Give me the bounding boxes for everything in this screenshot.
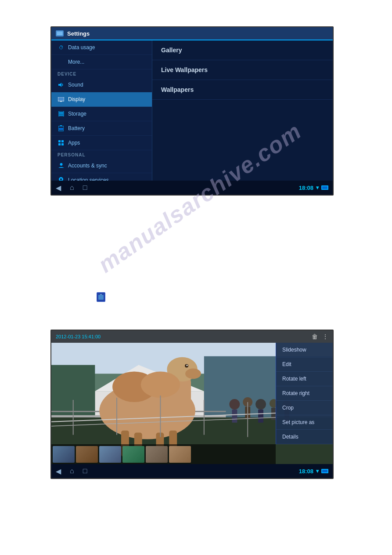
sidebar-section-personal: PERSONAL [51, 150, 152, 159]
photo-timestamp: 2012-01-23 15:41:00 [56, 334, 101, 339]
svg-rect-17 [61, 143, 64, 145]
sidebar-item-display[interactable]: Display [51, 92, 152, 107]
svg-rect-1 [57, 33, 63, 34]
svg-rect-49 [271, 408, 276, 420]
svg-rect-15 [61, 140, 64, 142]
more-options-icon[interactable]: ⋮ [322, 333, 328, 340]
settings-title: Settings [67, 30, 90, 37]
svg-rect-5 [58, 98, 64, 101]
svg-marker-3 [58, 83, 61, 87]
content-item-live-wallpapers[interactable]: Live Wallpapers [152, 60, 333, 80]
gallery-nav-recent-button[interactable]: □ [83, 467, 87, 475]
sidebar-item-apps[interactable]: Apps [51, 136, 152, 150]
svg-rect-43 [232, 410, 237, 423]
content-item-gallery[interactable]: Gallery [152, 40, 333, 60]
thumbnail-5[interactable] [146, 446, 168, 463]
svg-rect-9 [59, 113, 63, 114]
content-item-wallpapers[interactable]: Wallpapers [152, 80, 333, 100]
settings-content-panel: Gallery Live Wallpapers Wallpapers [152, 40, 333, 181]
battery-indicator-2 [321, 469, 328, 473]
sidebar-item-data-usage[interactable]: ⏱ Data usage [51, 40, 152, 55]
sidebar-item-sound[interactable]: Sound [51, 78, 152, 92]
thumbnail-6[interactable] [169, 446, 191, 463]
svg-rect-16 [58, 143, 61, 145]
sidebar-item-sound-label: Sound [68, 82, 83, 88]
battery-indicator-1 [321, 185, 328, 190]
gallery-topbar: 2012-01-23 15:41:00 🗑 ⋮ [51, 330, 333, 343]
thumbnail-3[interactable] [99, 446, 121, 463]
svg-rect-0 [57, 32, 63, 33]
sidebar-item-accounts[interactable]: Accounts & sync [51, 159, 152, 173]
battery-icon [58, 125, 65, 132]
thumbnail-1[interactable] [53, 446, 75, 463]
svg-point-42 [229, 399, 240, 410]
svg-rect-14 [58, 140, 61, 142]
svg-rect-19 [98, 295, 104, 300]
settings-sidebar: ⏱ Data usage More... DEVICE Sound [51, 40, 152, 181]
sidebar-item-storage-label: Storage [68, 111, 86, 117]
status-time-1: 18:08 [299, 185, 313, 191]
delete-icon[interactable]: 🗑 [312, 333, 318, 340]
context-menu-slideshow[interactable]: Slideshow [276, 343, 333, 357]
sidebar-item-data-usage-label: Data usage [68, 44, 95, 51]
status-bar-right-2: 18:08 ▾ [299, 468, 328, 475]
svg-point-18 [60, 178, 62, 180]
settings-titlebar: Settings [51, 27, 333, 40]
svg-point-35 [187, 365, 188, 366]
nav-back-button[interactable]: ◀ [56, 184, 61, 192]
nav-buttons: ◀ ⌂ □ [56, 184, 87, 192]
svg-point-46 [255, 399, 266, 410]
context-menu-set-picture-as[interactable]: Set picture as [276, 415, 333, 430]
svg-rect-8 [59, 112, 63, 113]
sidebar-item-display-label: Display [68, 96, 85, 102]
context-menu-crop[interactable]: Crop [276, 401, 333, 415]
svg-rect-10 [59, 115, 63, 116]
topbar-icons: 🗑 ⋮ [312, 333, 328, 340]
gallery-nav-home-button[interactable]: ⌂ [70, 467, 74, 475]
sidebar-item-location[interactable]: Location services [51, 173, 152, 181]
gallery-nav-back-button[interactable]: ◀ [56, 467, 61, 475]
svg-point-37 [141, 371, 180, 398]
storage-icon [58, 110, 65, 117]
settings-screen: Settings ⏱ Data usage More... DEVICE Sou… [50, 26, 334, 196]
data-usage-icon: ⏱ [58, 44, 65, 51]
svg-rect-47 [258, 410, 263, 423]
display-icon [58, 96, 65, 103]
svg-rect-13 [59, 128, 63, 130]
gallery-screen: 2012-01-23 15:41:00 🗑 ⋮ Slideshow Edit R… [50, 330, 334, 479]
sidebar-item-battery-label: Battery [68, 125, 85, 131]
context-menu-details[interactable]: Details [276, 430, 333, 444]
sidebar-item-more[interactable]: More... [51, 55, 152, 69]
sidebar-item-battery[interactable]: Battery [51, 121, 152, 136]
thumbnail-4[interactable] [122, 446, 144, 463]
settings-body: ⏱ Data usage More... DEVICE Sound [51, 40, 333, 181]
mid-app-icon[interactable] [97, 292, 105, 302]
context-menu-rotate-left[interactable]: Rotate left [276, 372, 333, 386]
sidebar-item-storage[interactable]: Storage [51, 107, 152, 121]
svg-rect-20 [100, 294, 102, 295]
svg-point-33 [185, 369, 201, 379]
apps-icon [58, 139, 65, 146]
settings-app-icon [56, 30, 64, 36]
nav-recent-button[interactable]: □ [83, 184, 87, 192]
sidebar-item-accounts-label: Accounts & sync [68, 163, 107, 169]
sound-icon [58, 81, 65, 88]
wifi-icon-1: ▾ [316, 185, 319, 191]
sidebar-item-location-label: Location services [68, 177, 109, 181]
svg-rect-2 [57, 34, 63, 35]
sidebar-item-apps-label: Apps [68, 140, 80, 146]
more-icon [58, 58, 65, 65]
context-menu-edit[interactable]: Edit [276, 357, 333, 372]
settings-nav-bar: ◀ ⌂ □ 18:08 ▾ [51, 181, 333, 195]
status-bar-right-1: 18:08 ▾ [299, 185, 328, 191]
thumbnail-strip [51, 444, 276, 464]
gallery-nav-bar: ◀ ⌂ □ 18:08 ▾ [51, 464, 333, 478]
nav-home-button[interactable]: ⌂ [70, 184, 74, 192]
thumbnail-2[interactable] [76, 446, 98, 463]
wifi-icon-2: ▾ [316, 468, 319, 474]
location-icon [58, 177, 65, 181]
context-menu: Slideshow Edit Rotate left Rotate right … [276, 343, 333, 444]
context-menu-rotate-right[interactable]: Rotate right [276, 386, 333, 401]
gallery-nav-buttons: ◀ ⌂ □ [56, 467, 87, 475]
svg-rect-12 [60, 125, 62, 126]
